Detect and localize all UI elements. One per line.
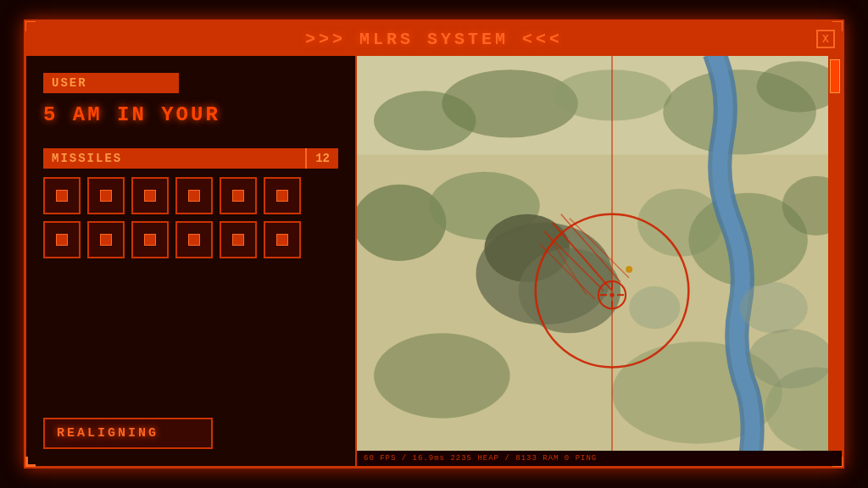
window-title: >>> MLRS SYSTEM <<< [305,30,563,49]
left-panel: USER 5 AM IN YOUR MISSILES 12 [26,56,357,466]
missile-8[interactable] [87,221,125,258]
missiles-grid [43,177,338,258]
svg-point-19 [740,282,808,333]
svg-point-15 [374,333,510,418]
user-label: USER [43,73,179,93]
outer-frame: >>> MLRS SYSTEM <<< X USER 5 AM IN YOUR … [0,0,868,488]
missile-dot [100,234,112,246]
missile-3[interactable] [131,177,169,214]
svg-point-11 [519,248,620,333]
missile-4[interactable] [175,177,213,214]
missile-dot [144,190,156,202]
missile-dot [276,190,288,202]
missile-7[interactable] [43,221,81,258]
missile-9[interactable] [131,221,169,258]
missile-11[interactable] [220,221,257,258]
close-button[interactable]: X [816,30,835,48]
realigning-status: REALIGNING [43,418,213,449]
missiles-section: MISSILES 12 [43,148,338,258]
missile-dot [56,234,68,246]
corner-bl [25,457,36,467]
missile-dot [276,234,288,246]
user-value: 5 AM IN YOUR [43,103,338,126]
missile-6[interactable] [264,177,301,214]
spacer [43,272,338,404]
missile-dot [144,234,156,246]
missile-dot [100,190,112,202]
main-content: USER 5 AM IN YOUR MISSILES 12 [26,56,842,466]
missiles-count: 12 [305,148,338,169]
title-bar: >>> MLRS SYSTEM <<< X [26,22,842,56]
svg-point-18 [629,286,680,329]
missile-dot [232,234,244,246]
svg-point-21 [626,266,632,273]
missile-row-2 [43,221,338,258]
missile-10[interactable] [175,221,213,258]
status-bar: 60 FPS / 16.9ms 2235 HEAP / 8133 RAM 0 P… [357,451,842,466]
map-panel[interactable]: 60 FPS / 16.9ms 2235 HEAP / 8133 RAM 0 P… [357,56,842,466]
scrollbar-handle[interactable] [830,59,840,93]
missile-dot [188,190,200,202]
svg-point-20 [748,329,833,388]
svg-point-35 [610,293,615,297]
missiles-label: MISSILES [43,148,305,169]
user-section: USER 5 AM IN YOUR [43,73,338,126]
missile-12[interactable] [264,221,301,258]
missile-dot [232,190,244,202]
missile-dot [188,234,200,246]
missile-5[interactable] [220,177,257,214]
missile-row-1 [43,177,338,214]
missile-dot [56,190,68,202]
missile-2[interactable] [87,177,125,214]
inner-frame: >>> MLRS SYSTEM <<< X USER 5 AM IN YOUR … [24,19,844,469]
map-svg [357,56,842,466]
missiles-header: MISSILES 12 [43,148,338,169]
fps-status: 60 FPS / 16.9ms 2235 HEAP / 8133 RAM 0 P… [364,454,597,463]
map-scrollbar[interactable] [828,56,842,466]
missile-1[interactable] [43,177,81,214]
